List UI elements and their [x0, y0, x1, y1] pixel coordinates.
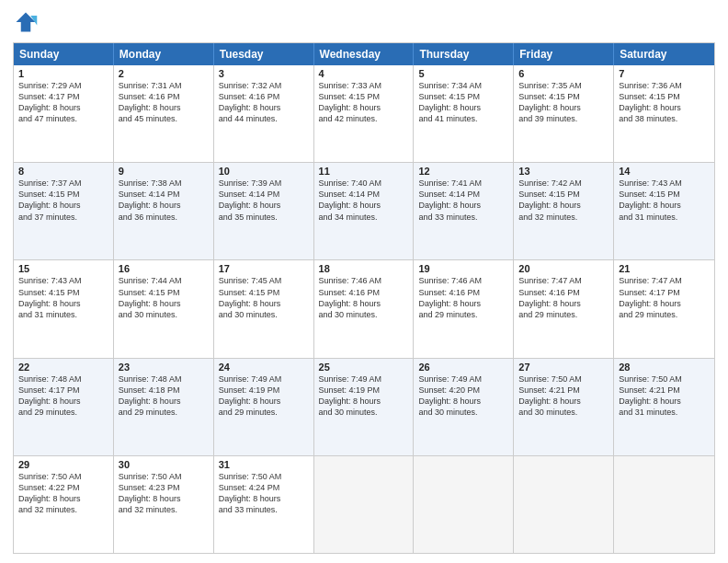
day-cell-7: 7Sunrise: 7:36 AMSunset: 4:15 PMDaylight… — [614, 65, 714, 162]
day-info: Sunrise: 7:41 AMSunset: 4:14 PMDaylight:… — [418, 178, 508, 223]
day-info: Sunrise: 7:50 AMSunset: 4:23 PMDaylight:… — [119, 471, 209, 516]
header-day-monday: Monday — [114, 43, 214, 65]
day-info: Sunrise: 7:38 AMSunset: 4:14 PMDaylight:… — [119, 178, 209, 223]
day-info: Sunrise: 7:45 AMSunset: 4:15 PMDaylight:… — [219, 275, 309, 320]
empty-cell — [414, 456, 514, 553]
day-number: 3 — [219, 68, 309, 79]
day-number: 31 — [219, 459, 309, 470]
day-info: Sunrise: 7:47 AMSunset: 4:16 PMDaylight:… — [518, 275, 609, 320]
day-cell-22: 22Sunrise: 7:48 AMSunset: 4:17 PMDayligh… — [14, 359, 114, 455]
day-number: 6 — [518, 68, 609, 79]
day-number: 30 — [119, 459, 209, 470]
day-info: Sunrise: 7:46 AMSunset: 4:16 PMDaylight:… — [319, 275, 409, 320]
day-number: 19 — [418, 263, 508, 274]
header-day-friday: Friday — [514, 43, 614, 65]
day-number: 4 — [319, 68, 409, 79]
day-info: Sunrise: 7:46 AMSunset: 4:16 PMDaylight:… — [418, 275, 508, 320]
day-info: Sunrise: 7:39 AMSunset: 4:14 PMDaylight:… — [219, 178, 309, 223]
day-cell-16: 16Sunrise: 7:44 AMSunset: 4:15 PMDayligh… — [114, 260, 214, 357]
day-number: 10 — [219, 166, 309, 177]
day-cell-26: 26Sunrise: 7:49 AMSunset: 4:20 PMDayligh… — [414, 359, 514, 455]
day-cell-9: 9Sunrise: 7:38 AMSunset: 4:14 PMDaylight… — [114, 163, 214, 259]
day-info: Sunrise: 7:43 AMSunset: 4:15 PMDaylight:… — [18, 275, 108, 320]
day-cell-6: 6Sunrise: 7:35 AMSunset: 4:15 PMDaylight… — [514, 65, 614, 162]
header-day-tuesday: Tuesday — [214, 43, 314, 65]
day-number: 20 — [518, 263, 609, 274]
day-info: Sunrise: 7:47 AMSunset: 4:17 PMDaylight:… — [619, 275, 710, 320]
day-info: Sunrise: 7:43 AMSunset: 4:15 PMDaylight:… — [619, 178, 710, 223]
day-cell-25: 25Sunrise: 7:49 AMSunset: 4:19 PMDayligh… — [314, 359, 415, 455]
day-number: 8 — [18, 166, 108, 177]
day-info: Sunrise: 7:50 AMSunset: 4:21 PMDaylight:… — [619, 373, 710, 419]
day-cell-30: 30Sunrise: 7:50 AMSunset: 4:23 PMDayligh… — [114, 456, 214, 553]
day-info: Sunrise: 7:44 AMSunset: 4:15 PMDaylight:… — [119, 275, 209, 320]
day-cell-5: 5Sunrise: 7:34 AMSunset: 4:15 PMDaylight… — [414, 65, 514, 162]
day-number: 11 — [319, 166, 409, 177]
day-info: Sunrise: 7:50 AMSunset: 4:21 PMDaylight:… — [518, 373, 609, 419]
day-cell-8: 8Sunrise: 7:37 AMSunset: 4:15 PMDaylight… — [14, 163, 114, 259]
day-number: 18 — [319, 263, 409, 274]
header-day-wednesday: Wednesday — [314, 43, 415, 65]
day-cell-12: 12Sunrise: 7:41 AMSunset: 4:14 PMDayligh… — [414, 163, 514, 259]
day-cell-19: 19Sunrise: 7:46 AMSunset: 4:16 PMDayligh… — [414, 260, 514, 357]
week-row-4: 22Sunrise: 7:48 AMSunset: 4:17 PMDayligh… — [14, 359, 714, 456]
day-number: 22 — [18, 362, 108, 373]
day-cell-24: 24Sunrise: 7:49 AMSunset: 4:19 PMDayligh… — [214, 359, 314, 455]
calendar-header: SundayMondayTuesdayWednesdayThursdayFrid… — [14, 43, 714, 65]
day-info: Sunrise: 7:50 AMSunset: 4:24 PMDaylight:… — [219, 471, 309, 516]
week-row-2: 8Sunrise: 7:37 AMSunset: 4:15 PMDaylight… — [14, 163, 714, 260]
header-day-thursday: Thursday — [414, 43, 514, 65]
day-info: Sunrise: 7:50 AMSunset: 4:22 PMDaylight:… — [18, 471, 108, 516]
day-cell-17: 17Sunrise: 7:45 AMSunset: 4:15 PMDayligh… — [214, 260, 314, 357]
logo — [13, 9, 42, 35]
day-cell-3: 3Sunrise: 7:32 AMSunset: 4:16 PMDaylight… — [214, 65, 314, 162]
calendar-body: 1Sunrise: 7:29 AMSunset: 4:17 PMDaylight… — [14, 65, 714, 553]
empty-cell — [614, 456, 714, 553]
day-number: 17 — [219, 263, 309, 274]
day-number: 12 — [418, 166, 508, 177]
day-number: 5 — [418, 68, 508, 79]
day-info: Sunrise: 7:36 AMSunset: 4:15 PMDaylight:… — [619, 80, 710, 125]
day-number: 26 — [418, 362, 508, 373]
day-cell-27: 27Sunrise: 7:50 AMSunset: 4:21 PMDayligh… — [514, 359, 614, 455]
day-cell-20: 20Sunrise: 7:47 AMSunset: 4:16 PMDayligh… — [514, 260, 614, 357]
day-cell-10: 10Sunrise: 7:39 AMSunset: 4:14 PMDayligh… — [214, 163, 314, 259]
day-cell-2: 2Sunrise: 7:31 AMSunset: 4:16 PMDaylight… — [114, 65, 214, 162]
day-info: Sunrise: 7:29 AMSunset: 4:17 PMDaylight:… — [18, 80, 108, 125]
empty-cell — [314, 456, 415, 553]
day-number: 1 — [18, 68, 108, 79]
day-number: 29 — [18, 459, 108, 470]
day-number: 28 — [619, 362, 710, 373]
day-cell-4: 4Sunrise: 7:33 AMSunset: 4:15 PMDaylight… — [314, 65, 415, 162]
day-info: Sunrise: 7:49 AMSunset: 4:19 PMDaylight:… — [219, 373, 309, 419]
day-cell-13: 13Sunrise: 7:42 AMSunset: 4:15 PMDayligh… — [514, 163, 614, 259]
day-cell-28: 28Sunrise: 7:50 AMSunset: 4:21 PMDayligh… — [614, 359, 714, 455]
day-number: 7 — [619, 68, 710, 79]
day-info: Sunrise: 7:37 AMSunset: 4:15 PMDaylight:… — [18, 178, 108, 223]
header-day-saturday: Saturday — [614, 43, 714, 65]
day-cell-18: 18Sunrise: 7:46 AMSunset: 4:16 PMDayligh… — [314, 260, 415, 357]
day-number: 16 — [119, 263, 209, 274]
day-cell-11: 11Sunrise: 7:40 AMSunset: 4:14 PMDayligh… — [314, 163, 415, 259]
day-cell-1: 1Sunrise: 7:29 AMSunset: 4:17 PMDaylight… — [14, 65, 114, 162]
page: SundayMondayTuesdayWednesdayThursdayFrid… — [0, 0, 728, 563]
day-number: 24 — [219, 362, 309, 373]
day-number: 15 — [18, 263, 108, 274]
day-info: Sunrise: 7:31 AMSunset: 4:16 PMDaylight:… — [119, 80, 209, 125]
day-cell-31: 31Sunrise: 7:50 AMSunset: 4:24 PMDayligh… — [214, 456, 314, 553]
day-cell-14: 14Sunrise: 7:43 AMSunset: 4:15 PMDayligh… — [614, 163, 714, 259]
calendar: SundayMondayTuesdayWednesdayThursdayFrid… — [13, 42, 715, 554]
day-info: Sunrise: 7:34 AMSunset: 4:15 PMDaylight:… — [418, 80, 508, 125]
header — [13, 9, 715, 35]
day-number: 27 — [518, 362, 609, 373]
day-cell-23: 23Sunrise: 7:48 AMSunset: 4:18 PMDayligh… — [114, 359, 214, 455]
day-info: Sunrise: 7:49 AMSunset: 4:19 PMDaylight:… — [319, 373, 409, 419]
empty-cell — [514, 456, 614, 553]
day-number: 9 — [119, 166, 209, 177]
day-number: 14 — [619, 166, 710, 177]
svg-marker-0 — [17, 13, 36, 32]
day-info: Sunrise: 7:49 AMSunset: 4:20 PMDaylight:… — [418, 373, 508, 419]
day-info: Sunrise: 7:33 AMSunset: 4:15 PMDaylight:… — [319, 80, 409, 125]
day-number: 25 — [319, 362, 409, 373]
week-row-1: 1Sunrise: 7:29 AMSunset: 4:17 PMDaylight… — [14, 65, 714, 163]
